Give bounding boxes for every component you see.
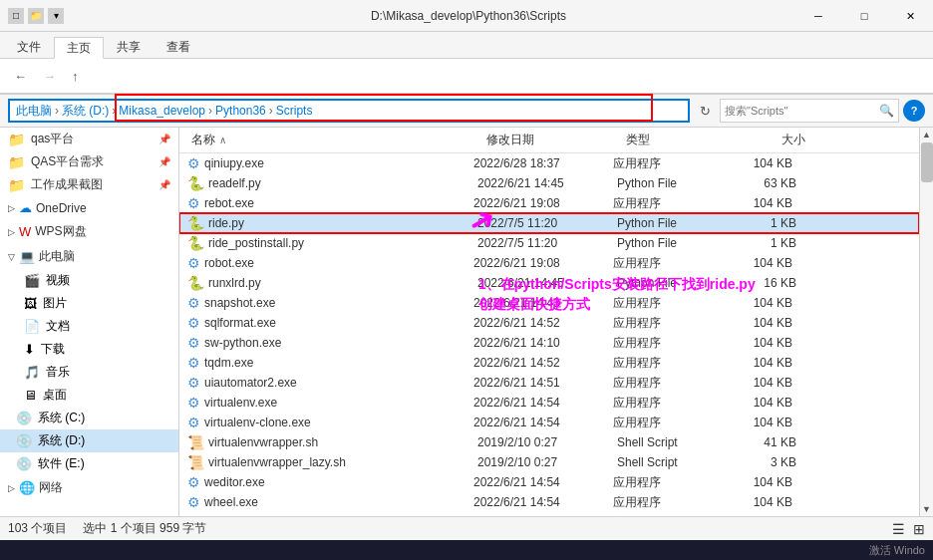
sidebar-onedrive[interactable]: ▷ ☁ OneDrive xyxy=(0,196,178,219)
sidebar-label-qas-req: QAS平台需求 xyxy=(31,153,104,170)
breadcrumb[interactable]: 此电脑 › 系统 (D:) › Mikasa_develop › Python3… xyxy=(8,99,690,123)
table-row[interactable]: ⚙ rebot.exe 2022/6/21 19:08 应用程序 104 KB xyxy=(179,193,919,213)
table-row[interactable]: ⚙ robot.exe 2022/6/21 19:08 应用程序 104 KB xyxy=(179,253,919,273)
sidebar-drive-c[interactable]: 💿 系统 (C:) xyxy=(0,407,178,429)
file-date: 2022/6/21 19:08 xyxy=(473,256,613,270)
table-row[interactable]: ⚙ uiautomator2.exe 2022/6/21 14:51 应用程序 … xyxy=(179,373,919,393)
table-row[interactable]: ⚙ sqlformat.exe 2022/6/21 14:52 应用程序 104… xyxy=(179,313,919,333)
toolbar-forward[interactable]: → xyxy=(37,67,62,86)
close-button[interactable]: ✕ xyxy=(887,0,933,32)
sidebar-drive-d[interactable]: 💿 系统 (D:) xyxy=(0,429,178,452)
file-icon: ⚙ xyxy=(187,514,200,516)
file-name: robot.exe xyxy=(204,256,473,270)
table-row[interactable]: ⚙ weditor.exe 2022/6/21 14:54 应用程序 104 K… xyxy=(179,472,919,492)
breadcrumb-drive[interactable]: 系统 (D:) xyxy=(62,103,109,120)
drive-c-icon: 💿 xyxy=(16,411,32,425)
col-header-name[interactable]: 名称 ∧ xyxy=(187,132,486,148)
toolbar-back[interactable]: ← xyxy=(8,67,33,86)
maximize-button[interactable]: □ xyxy=(841,0,887,32)
sidebar-music[interactable]: 🎵 音乐 xyxy=(0,361,178,384)
music-icon: 🎵 xyxy=(24,365,40,380)
file-size: 104 KB xyxy=(713,396,792,410)
file-size: 41 KB xyxy=(717,435,796,449)
expander-onedrive: ▷ xyxy=(8,203,15,213)
sidebar-download[interactable]: ⬇ 下载 xyxy=(0,338,178,361)
col-header-date[interactable]: 修改日期 xyxy=(486,132,626,148)
file-name: uiautomator2.exe xyxy=(204,376,473,390)
table-row[interactable]: 🐍 ride.py 2022/7/5 11:20 Python File 1 K… xyxy=(179,213,919,233)
table-row[interactable]: 📜 virtualenvwrapper_lazy.sh 2019/2/10 0:… xyxy=(179,452,919,472)
file-icon: ⚙ xyxy=(187,415,200,430)
file-size: 104 KB xyxy=(713,475,792,489)
file-size: 104 KB xyxy=(713,316,792,330)
file-icon: 🐍 xyxy=(187,175,204,191)
tab-home[interactable]: 主页 xyxy=(54,37,104,59)
title-bar: □ 📁 ▾ D:\Mikasa_develop\Python36\Scripts… xyxy=(0,0,933,32)
table-row[interactable]: 🐍 runxlrd.py 2022/6/21 14:45 Python File… xyxy=(179,273,919,293)
pin-icon-qas: 📌 xyxy=(158,134,170,144)
file-area-wrapper: 名称 ∧ 修改日期 类型 大小 ⚙ qiniupy.exe 2022/6/28 … xyxy=(179,128,933,516)
table-row[interactable]: ⚙ wxdemo.exe 2022/6/21 14:54 应用程序 104 KB xyxy=(179,512,919,516)
table-row[interactable]: ⚙ snapshot.exe 2022/6/21 14:43 应用程序 104 … xyxy=(179,293,919,313)
table-row[interactable]: ⚙ tqdm.exe 2022/6/21 14:52 应用程序 104 KB xyxy=(179,353,919,373)
help-button[interactable]: ? xyxy=(903,100,925,122)
wps-icon: W xyxy=(19,224,31,239)
file-type: 应用程序 xyxy=(613,474,713,491)
table-row[interactable]: 🐍 readelf.py 2022/6/21 14:45 Python File… xyxy=(179,173,919,193)
video-icon: 🎬 xyxy=(24,273,40,288)
minimize-button[interactable]: ─ xyxy=(795,0,841,32)
table-row[interactable]: 🐍 ride_postinstall.py 2022/7/5 11:20 Pyt… xyxy=(179,233,919,253)
drive-e-icon: 💿 xyxy=(16,456,32,471)
file-date: 2022/6/21 14:45 xyxy=(477,276,617,290)
scroll-up-arrow[interactable]: ▲ xyxy=(920,128,934,141)
file-type: 应用程序 xyxy=(613,395,713,412)
sidebar-drive-e[interactable]: 💿 软件 (E:) xyxy=(0,452,178,475)
tab-file[interactable]: 文件 xyxy=(4,36,54,58)
column-header: 名称 ∧ 修改日期 类型 大小 xyxy=(179,128,919,153)
sidebar-mypc[interactable]: ▽ 💻 此电脑 xyxy=(0,244,178,269)
table-row[interactable]: 📜 virtualenvwrapper.sh 2019/2/10 0:27 Sh… xyxy=(179,432,919,452)
toolbar-up[interactable]: ↑ xyxy=(66,67,85,86)
refresh-button[interactable]: ↻ xyxy=(694,100,716,122)
breadcrumb-mikasa[interactable]: Mikasa_develop xyxy=(119,104,205,118)
col-header-type[interactable]: 类型 xyxy=(626,132,726,148)
table-row[interactable]: ⚙ virtualenv.exe 2022/6/21 14:54 应用程序 10… xyxy=(179,393,919,413)
sidebar-desktop[interactable]: 🖥 桌面 xyxy=(0,384,178,407)
view-grid-icon[interactable]: ⊞ xyxy=(913,521,925,537)
sidebar-network[interactable]: ▷ 🌐 网络 xyxy=(0,475,178,500)
table-row[interactable]: ⚙ wheel.exe 2022/6/21 14:54 应用程序 104 KB xyxy=(179,492,919,512)
search-input[interactable] xyxy=(725,105,879,117)
tab-view[interactable]: 查看 xyxy=(154,36,203,58)
sidebar-doc[interactable]: 📄 文档 xyxy=(0,315,178,338)
sidebar-video[interactable]: 🎬 视频 xyxy=(0,269,178,292)
col-header-size[interactable]: 大小 xyxy=(726,132,805,148)
scroll-thumb[interactable] xyxy=(921,142,933,182)
search-icon[interactable]: 🔍 xyxy=(879,104,894,118)
scroll-down-arrow[interactable]: ▼ xyxy=(920,502,934,516)
view-list-icon[interactable]: ☰ xyxy=(892,521,905,537)
sidebar-item-qas-req[interactable]: 📁 QAS平台需求 📌 xyxy=(0,150,178,173)
scroll-track[interactable] xyxy=(920,141,933,502)
sidebar-image[interactable]: 🖼 图片 xyxy=(0,292,178,315)
table-row[interactable]: ⚙ virtualenv-clone.exe 2022/6/21 14:54 应… xyxy=(179,413,919,432)
sidebar-label-network: 网络 xyxy=(39,479,63,496)
table-row[interactable]: ⚙ qiniupy.exe 2022/6/28 18:37 应用程序 104 K… xyxy=(179,153,919,173)
onedrive-icon: ☁ xyxy=(19,200,32,215)
file-date: 2022/7/5 11:20 xyxy=(477,236,617,250)
tab-share[interactable]: 共享 xyxy=(104,36,154,58)
file-name: tqdm.exe xyxy=(204,356,473,370)
breadcrumb-pc[interactable]: 此电脑 xyxy=(16,103,52,120)
sidebar-item-qas[interactable]: 📁 qas平台 📌 xyxy=(0,128,178,150)
file-size: 104 KB xyxy=(713,336,792,350)
file-name: virtualenv-clone.exe xyxy=(204,416,473,429)
sidebar-wps[interactable]: ▷ W WPS网盘 xyxy=(0,219,178,244)
file-type: Python File xyxy=(617,276,717,290)
sidebar-label-drive-e: 软件 (E:) xyxy=(38,455,85,472)
scrollbar[interactable]: ▲ ▼ xyxy=(919,128,933,516)
table-row[interactable]: ⚙ sw-python.exe 2022/6/21 14:10 应用程序 104… xyxy=(179,333,919,353)
breadcrumb-scripts[interactable]: Scripts xyxy=(276,104,313,118)
file-list: ⚙ qiniupy.exe 2022/6/28 18:37 应用程序 104 K… xyxy=(179,153,919,516)
file-date: 2022/6/21 14:43 xyxy=(473,296,613,310)
breadcrumb-python[interactable]: Python36 xyxy=(215,104,266,118)
sidebar-item-work[interactable]: 📁 工作成果截图 📌 xyxy=(0,173,178,196)
